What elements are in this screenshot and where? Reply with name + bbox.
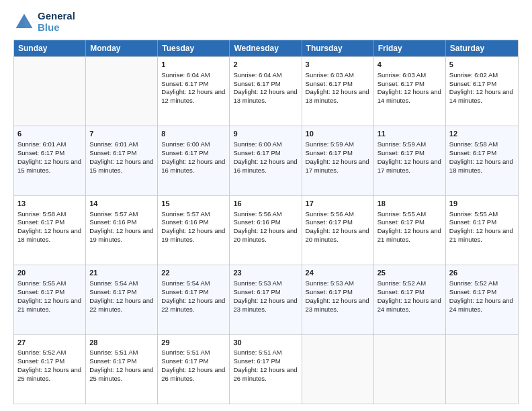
day-number: 16 [233,199,298,209]
calendar-cell: 26Sunrise: 5:52 AMSunset: 6:17 PMDayligh… [446,265,518,334]
sunset: Sunset: 6:16 PM [89,218,136,226]
calendar-cell: 6Sunrise: 6:01 AMSunset: 6:17 PMDaylight… [14,126,86,195]
daylight: Daylight: 12 hours and 20 minutes. [306,227,369,243]
day-number: 5 [449,60,515,70]
day-number: 6 [17,129,82,139]
sunrise: Sunrise: 5:51 AM [89,349,138,356]
calendar-cell: 20Sunrise: 5:55 AMSunset: 6:17 PMDayligh… [14,265,86,334]
calendar-cell: 25Sunrise: 5:52 AMSunset: 6:17 PMDayligh… [374,265,446,334]
sunrise: Sunrise: 5:55 AM [17,279,66,287]
daylight: Daylight: 12 hours and 15 minutes. [89,158,153,174]
day-number: 1 [161,60,226,70]
svg-marker-0 [16,13,33,28]
calendar-cell: 14Sunrise: 5:57 AMSunset: 6:16 PMDayligh… [86,196,158,265]
sunset: Sunset: 6:17 PM [17,218,64,226]
sunset: Sunset: 6:17 PM [233,288,280,295]
sunrise: Sunrise: 5:51 AM [233,349,281,356]
sunset: Sunset: 6:17 PM [161,357,208,365]
daylight: Daylight: 12 hours and 22 minutes. [161,297,225,313]
day-number: 8 [161,129,226,139]
calendar-header: SundayMondayTuesdayWednesdayThursdayFrid… [14,40,518,56]
day-number: 18 [378,199,442,209]
calendar-cell [446,335,518,404]
logo-text: General Blue [38,11,75,33]
sunset: Sunset: 6:17 PM [17,357,64,365]
day-number: 22 [161,268,226,278]
calendar-cell: 2Sunrise: 6:04 AMSunset: 6:17 PMDaylight… [230,57,302,126]
sunset: Sunset: 6:17 PM [449,149,496,156]
daylight: Daylight: 12 hours and 13 minutes. [306,88,369,104]
weekday-header: Monday [86,40,158,56]
header: General Blue [13,11,519,33]
sunrise: Sunrise: 6:02 AM [449,71,498,79]
sunrise: Sunrise: 5:54 AM [89,279,138,287]
sunrise: Sunrise: 5:53 AM [233,279,281,287]
calendar-row: 1Sunrise: 6:04 AMSunset: 6:17 PMDaylight… [14,56,518,126]
sunset: Sunset: 6:17 PM [233,149,280,156]
daylight: Daylight: 12 hours and 21 minutes. [449,227,513,243]
calendar-body: 1Sunrise: 6:04 AMSunset: 6:17 PMDaylight… [14,56,518,404]
calendar-cell: 10Sunrise: 5:59 AMSunset: 6:17 PMDayligh… [302,126,374,195]
sunset: Sunset: 6:17 PM [233,357,280,365]
sunrise: Sunrise: 6:00 AM [233,140,281,148]
calendar-cell: 30Sunrise: 5:51 AMSunset: 6:17 PMDayligh… [230,335,302,404]
sunrise: Sunrise: 5:52 AM [378,279,426,287]
sunrise: Sunrise: 5:55 AM [378,210,426,218]
daylight: Daylight: 12 hours and 25 minutes. [89,366,153,382]
weekday-header: Friday [374,40,446,56]
day-number: 17 [306,199,370,209]
calendar-cell: 27Sunrise: 5:52 AMSunset: 6:17 PMDayligh… [14,335,86,404]
sunrise: Sunrise: 6:01 AM [89,140,138,148]
sunset: Sunset: 6:16 PM [161,218,208,226]
calendar-cell [86,57,158,126]
calendar-cell: 3Sunrise: 6:03 AMSunset: 6:17 PMDaylight… [302,57,374,126]
daylight: Daylight: 12 hours and 16 minutes. [233,158,297,174]
sunset: Sunset: 6:17 PM [161,80,208,87]
day-number: 2 [233,60,298,70]
sunrise: Sunrise: 5:53 AM [306,279,354,287]
daylight: Daylight: 12 hours and 21 minutes. [378,227,441,243]
sunset: Sunset: 6:17 PM [306,218,353,226]
day-number: 20 [17,268,82,278]
sunrise: Sunrise: 5:52 AM [449,279,498,287]
sunrise: Sunrise: 6:04 AM [161,71,210,79]
day-number: 15 [161,199,226,209]
daylight: Daylight: 12 hours and 26 minutes. [233,366,297,382]
calendar-cell: 24Sunrise: 5:53 AMSunset: 6:17 PMDayligh… [302,265,374,334]
calendar-row: 27Sunrise: 5:52 AMSunset: 6:17 PMDayligh… [14,334,518,404]
daylight: Daylight: 12 hours and 22 minutes. [89,297,153,313]
daylight: Daylight: 12 hours and 13 minutes. [233,88,297,104]
calendar-cell: 16Sunrise: 5:56 AMSunset: 6:16 PMDayligh… [230,196,302,265]
sunrise: Sunrise: 5:56 AM [233,210,281,218]
day-number: 3 [306,60,370,70]
calendar-row: 20Sunrise: 5:55 AMSunset: 6:17 PMDayligh… [14,265,518,334]
page: General Blue SundayMondayTuesdayWednesda… [0,0,532,411]
sunrise: Sunrise: 5:57 AM [161,210,210,218]
sunset: Sunset: 6:17 PM [378,149,425,156]
calendar-cell: 19Sunrise: 5:55 AMSunset: 6:17 PMDayligh… [446,196,518,265]
calendar-cell: 29Sunrise: 5:51 AMSunset: 6:17 PMDayligh… [158,335,230,404]
daylight: Daylight: 12 hours and 23 minutes. [233,297,297,313]
calendar-cell: 21Sunrise: 5:54 AMSunset: 6:17 PMDayligh… [86,265,158,334]
day-number: 14 [89,199,154,209]
sunset: Sunset: 6:17 PM [89,288,136,295]
sunset: Sunset: 6:17 PM [306,288,353,295]
day-number: 21 [89,268,154,278]
day-number: 30 [233,338,298,348]
weekday-header: Saturday [446,40,518,56]
sunrise: Sunrise: 6:00 AM [161,140,210,148]
day-number: 23 [233,268,298,278]
calendar-cell: 9Sunrise: 6:00 AMSunset: 6:17 PMDaylight… [230,126,302,195]
daylight: Daylight: 12 hours and 21 minutes. [17,297,81,313]
calendar-cell: 22Sunrise: 5:54 AMSunset: 6:17 PMDayligh… [158,265,230,334]
calendar-cell: 18Sunrise: 5:55 AMSunset: 6:17 PMDayligh… [374,196,446,265]
calendar-row: 13Sunrise: 5:58 AMSunset: 6:17 PMDayligh… [14,195,518,265]
calendar-cell: 1Sunrise: 6:04 AMSunset: 6:17 PMDaylight… [158,57,230,126]
day-number: 26 [449,268,515,278]
sunrise: Sunrise: 5:59 AM [306,140,354,148]
daylight: Daylight: 12 hours and 18 minutes. [449,158,513,174]
day-number: 9 [233,129,298,139]
sunrise: Sunrise: 6:04 AM [233,71,281,79]
sunrise: Sunrise: 6:03 AM [306,71,354,79]
daylight: Daylight: 12 hours and 20 minutes. [233,227,297,243]
